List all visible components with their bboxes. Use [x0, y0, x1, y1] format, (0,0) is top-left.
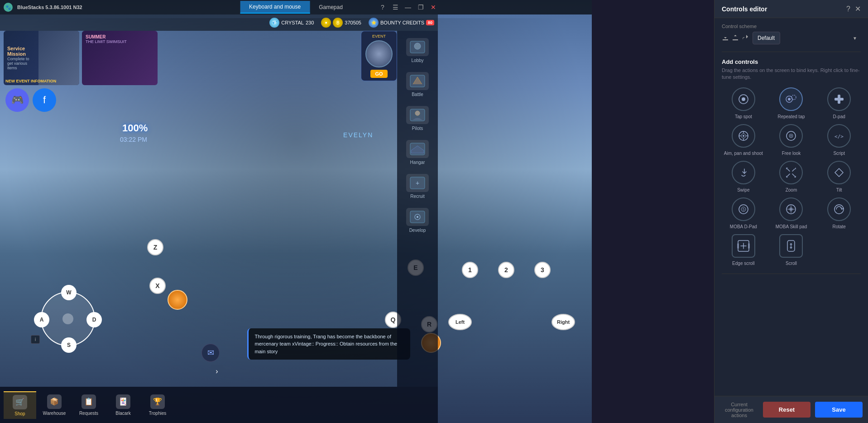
nav-shop[interactable]: 🛒 Shop — [4, 391, 36, 419]
control-scroll[interactable]: Scroll — [770, 234, 813, 266]
svg-point-24 — [743, 135, 744, 137]
chat-text: Through rigorous training, Trang has bec… — [255, 333, 404, 356]
event-card[interactable]: EVENT GO — [361, 31, 397, 81]
control-edge-scroll[interactable]: Edge scroll — [722, 234, 765, 266]
event-label: EVENT — [364, 34, 394, 38]
key-x[interactable]: X — [149, 278, 166, 294]
key-1[interactable]: 1 — [462, 262, 478, 278]
arrow-button[interactable]: › — [211, 365, 223, 378]
dpad-right[interactable]: D — [86, 312, 102, 327]
bounty-icon: ⭐ — [369, 18, 379, 28]
info-button[interactable]: i — [31, 335, 40, 344]
dpad-down[interactable]: S — [61, 337, 77, 353]
chat-bubble: Through rigorous training, Trang has bec… — [247, 328, 410, 360]
svg-point-14 — [788, 98, 791, 101]
control-tap-spot[interactable]: Tap spot — [722, 87, 765, 120]
dpad-left[interactable]: A — [34, 312, 49, 327]
event-panel: EVENT GO — [361, 31, 397, 81]
crystal-value: 230 — [306, 20, 314, 25]
control-aim-pan-shoot[interactable]: Aim, pan and shoot — [722, 124, 765, 156]
lobby-label: Lobby — [411, 58, 423, 63]
key-z[interactable]: Z — [147, 239, 163, 255]
ce-load-button[interactable] — [722, 34, 729, 43]
event-portrait — [365, 40, 393, 67]
side-panel-battle[interactable]: Battle — [399, 68, 436, 101]
promo-1-label: NEW EVENT INFOMATION — [5, 79, 56, 83]
menu-button[interactable]: ☰ — [391, 3, 400, 12]
window-controls: ? ☰ — ❐ ✕ — [378, 3, 438, 12]
tab-gamepad[interactable]: Gamepad — [310, 1, 352, 14]
side-panel-pilots[interactable]: Pilots — [399, 102, 436, 135]
free-look-icon — [779, 124, 803, 148]
restore-button[interactable]: ❐ — [416, 3, 425, 12]
control-script[interactable]: </> Script — [817, 124, 861, 156]
shop-label: Shop — [14, 411, 25, 416]
side-panel-recruit[interactable]: + Recruit — [399, 170, 436, 202]
promo-card-1[interactable]: Service Mission Complete to get various … — [4, 31, 79, 85]
ce-divider-2 — [722, 274, 861, 274]
key-2[interactable]: 2 — [498, 262, 514, 278]
ce-upload-button[interactable] — [732, 34, 739, 43]
percentage-text: 100% — [122, 122, 148, 134]
reset-button[interactable]: Reset — [763, 402, 810, 418]
moba-skill-icon — [779, 197, 803, 221]
bluestacks-logo: 🐾 — [4, 3, 13, 12]
ce-title: Controls editor — [722, 5, 767, 13]
dpad-circle: W S A D — [41, 292, 95, 346]
moba-dpad-label: MOBA D-Pad — [730, 224, 757, 230]
side-panel-develop[interactable]: Develop — [399, 204, 436, 236]
event-go-button[interactable]: GO — [370, 70, 387, 78]
control-zoom[interactable]: Zoom — [770, 161, 813, 193]
dpad-up[interactable]: W — [61, 285, 77, 300]
side-panel-hangar[interactable]: Hangar — [399, 136, 436, 168]
control-moba-dpad[interactable]: 5 MOBA D-Pad — [722, 197, 765, 230]
bounty-value: 80 — [426, 20, 434, 25]
ce-scheme-select[interactable]: Default — [753, 32, 780, 44]
ce-select-wrapper: Default — [753, 32, 861, 44]
nav-requests[interactable]: 📋 Requests — [72, 392, 105, 418]
social-area: 🎮 f — [5, 88, 56, 112]
svg-point-12 — [742, 97, 745, 101]
nav-trophies[interactable]: 🏆 Trophies — [141, 392, 174, 418]
svg-point-27 — [791, 135, 792, 136]
nav-warehouse[interactable]: 📦 Warehouse — [38, 392, 71, 418]
ce-close-button[interactable]: ✕ — [855, 5, 861, 13]
swipe-label: Swipe — [737, 187, 749, 193]
control-rotate[interactable]: Rotate — [817, 197, 861, 230]
save-button[interactable]: Save — [815, 402, 863, 418]
side-panel-lobby[interactable]: Lobby — [399, 34, 436, 67]
control-tilt[interactable]: Tilt — [817, 161, 861, 193]
ce-share-button[interactable] — [742, 34, 749, 43]
current-config-label: Current configuration actions — [720, 402, 758, 418]
discord-icon[interactable]: 🎮 — [5, 88, 29, 112]
nav-blacark[interactable]: 🃏 Blacark — [107, 392, 139, 418]
mail-button[interactable]: ✉ — [201, 344, 220, 362]
tap-spot-label: Tap spot — [735, 114, 752, 120]
facebook-icon[interactable]: f — [33, 88, 56, 112]
tab-keyboard-mouse[interactable]: Keyboard and mouse — [240, 1, 310, 14]
svg-point-1 — [414, 43, 421, 49]
svg-text:5: 5 — [743, 207, 745, 212]
minimize-button[interactable]: — — [403, 3, 412, 12]
scroll-icon — [779, 234, 803, 258]
key-left[interactable]: Left — [448, 314, 472, 330]
promo-card-2[interactable]: SUMMER THE LIMIT SWIMSUIT — [82, 31, 158, 85]
repeated-tap-label: Repeated tap — [777, 114, 805, 120]
control-moba-skill[interactable]: MOBA Skill pad — [770, 197, 813, 230]
control-dpad[interactable]: D-pad — [817, 87, 861, 120]
ce-help-button[interactable]: ? — [846, 5, 850, 13]
control-free-look[interactable]: Free look — [770, 124, 813, 156]
hangar-label: Hangar — [410, 160, 425, 165]
control-repeated-tap[interactable]: Repeated tap — [770, 87, 813, 120]
key-right[interactable]: Right — [551, 314, 575, 330]
time-text: 03:22 PM — [120, 136, 147, 143]
char-name: EVELYN — [343, 131, 373, 139]
skill-circle-1[interactable] — [168, 290, 187, 310]
dpad-area[interactable]: W S A D — [41, 292, 95, 346]
svg-text:</>: </> — [834, 134, 844, 139]
zoom-label: Zoom — [786, 187, 797, 193]
help-button[interactable]: ? — [378, 3, 387, 12]
control-swipe[interactable]: Swipe — [722, 161, 765, 193]
key-3[interactable]: 3 — [534, 262, 551, 278]
close-button[interactable]: ✕ — [429, 3, 438, 12]
